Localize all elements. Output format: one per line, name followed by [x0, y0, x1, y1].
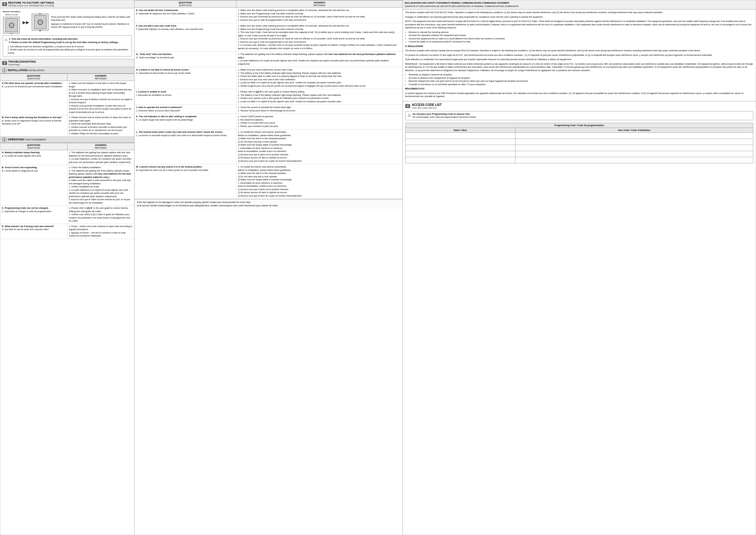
mid-a-e: 1. Make sure the whole code entering pro… [236, 8, 403, 23]
code-cell-3 [515, 145, 753, 151]
mid-a-i: 1. Please refer to [2]-⊙ in the user gui… [236, 89, 403, 104]
mid-qa-j: J. How to operate the lockset in darknes… [134, 105, 403, 114]
op-table-header: QUESTIONS QUESTIONS ANSWERS RÉPONSES [0, 143, 134, 150]
user-col-header: User Code / Code d'utilisateur [515, 127, 753, 132]
name-cell-4 [406, 151, 515, 157]
op-a-a: 1. The batteries are getting low, please… [68, 150, 134, 165]
mid-a-g: 1. The batteries are getting low if the … [236, 52, 403, 67]
mid-q-j: J. How to operate the lockset in darknes… [134, 105, 236, 114]
code-cell-2 [515, 139, 753, 145]
install-q-b: B. Feel a bump while turning the thumbtu… [0, 115, 68, 136]
mid-a-l: 1. Un-install the interior and exterior … [236, 129, 403, 164]
install-q-b-fr: B. Sentez-vous un claquement lorsque vou… [2, 120, 62, 125]
mid-qa-g: G. "Auto lock" does not function. G. "Au… [134, 52, 403, 67]
access-section: 4 Access code list Liste des code d'accè… [403, 101, 756, 165]
op-qa-row-a: A. Battery indicator keeps flashing. A. … [0, 150, 134, 165]
op-q-label-fr: QUESTIONS [27, 147, 40, 149]
mid-a-f: 1. Make sure the whole code entering pro… [236, 23, 403, 51]
install-q-b-en: B. Feel a bump while turning the thumbtu… [2, 116, 62, 119]
device-circle-right [38, 19, 43, 25]
code-cell-1 [515, 132, 753, 139]
access-warning-fr: Ne communiquez votre code de programmati… [413, 116, 477, 119]
table-row [406, 157, 753, 163]
mid-q-label-fr: QUESTIONS [179, 4, 192, 6]
device-right: SET ▣ [32, 14, 48, 31]
warning-line2: 2. Please re-enter the default Programmi… [9, 41, 119, 44]
mid-q-k-en: K. The red indicator is still on after s… [136, 115, 197, 118]
decl-fr-p1: Ce produit est conforme à la section 15 … [405, 54, 754, 57]
table-row [406, 139, 753, 145]
mid-a-header: ANSWERS RÉPONSES [236, 1, 403, 7]
decl-fr-p3: REMARQUE : Cet équipement a été testé et… [405, 63, 754, 72]
decl-fr-li2: Accroître la distance entre l'équipement… [409, 77, 754, 80]
factory-settings-header: 3 RESTORE TO FACTORY SETTINGS RÉTABLISSE… [0, 0, 134, 8]
device-diagram-box-right: SET ▣ [32, 14, 48, 31]
access-code-table: Programming Code / Code de programmation… [405, 123, 753, 163]
mid-q-j-en: J. How to operate the lockset in darknes… [136, 106, 182, 109]
name-col-label: Name / Nom [454, 129, 467, 131]
device-diagram-box-left: ◁── ⬡⬡ [3, 17, 20, 34]
op-qa-row-c: C. Programming Code can not be changed. … [0, 206, 134, 224]
decl-fr-li4: Consulter le fournisseur ou un technicie… [409, 83, 754, 86]
page-container: 3 RESTORE TO FACTORY SETTINGS RÉTABLISSE… [0, 0, 756, 535]
user-col-label: User Code / Code d'utilisateur [618, 129, 651, 131]
op-a-d: 1. Press ⌂ button once and continue to i… [68, 224, 134, 239]
mid-q-j-fr: J. Comment utiliser la serrure dans l'ob… [136, 110, 180, 112]
op-a-c: 1. Please refer to [2]-⊙ in the user gui… [68, 206, 134, 224]
mid-q-e: E. Can not delete all User Codes/cards. … [134, 8, 236, 23]
a-header-install: ANSWERS RÉPONSES [68, 74, 134, 81]
mid-qa-f: F. Can not add a new user code /card. F.… [134, 23, 403, 52]
install-q-a: A.The latch does not operate correctly a… [0, 81, 68, 115]
left-column: 3 RESTORE TO FACTORY SETTINGS RÉTABLISSE… [0, 0, 134, 535]
op-q-c: C. Programming Code can not be changed. … [0, 206, 68, 224]
table-row [406, 132, 753, 139]
mid-q-i-fr: I. Impossible de réinitialiser la serrur… [136, 94, 172, 96]
op-q-a: A. Battery indicator keeps flashing. A. … [0, 150, 68, 165]
op-q-header: QUESTIONS QUESTIONS [0, 143, 68, 150]
mid-q-k-fr: K. Le voyant rouge reste allumé après la… [136, 119, 193, 121]
remove-battery-label: Remove one battery [3, 11, 20, 13]
access-title-fr: Liste des code d'accès [412, 106, 442, 109]
access-title-en: Access code list [412, 103, 442, 106]
install-title-en: INSTALLATION [8, 69, 27, 72]
name-cell-1 [406, 132, 515, 139]
op-q-a-fr: A. Le voyant de la pile clignote sans ar… [2, 155, 41, 157]
factory-warning-box: ⚠ 1. This will erase all stored informat… [3, 35, 132, 56]
operation-title-en: OPERATION [8, 138, 24, 141]
middle-column: QUESTIONS QUESTIONS ANSWERS RÉPONSES E. … [134, 0, 403, 535]
op-a-label-fr: RÉPONSES [95, 147, 107, 149]
a-label-fr: RÉPONSES [95, 77, 107, 80]
declarations-body: This device complies with Part 15 of the… [403, 10, 756, 101]
operation-subheader: 2 OPERATION FONCTIONNEMENT [0, 136, 134, 143]
mid-table-header: QUESTIONS QUESTIONS ANSWERS RÉPONSES [134, 0, 403, 8]
decl-p1: This device complies with Part 15 of the… [405, 11, 754, 14]
table-row [406, 151, 753, 157]
mid-q-g-en: G. "Auto lock" does not function. [136, 53, 172, 56]
remove-battery-label-fr: Retirez une pile [5, 14, 18, 15]
decl-ic-text: This device complies with Industry Canad… [405, 49, 754, 52]
op-a-label: ANSWERS [95, 144, 106, 147]
access-warning-note: ⚠ Do not pass your Programming Code to a… [405, 111, 753, 120]
trouble-title-en: Troubleshooting [8, 60, 36, 63]
op-q-b-en: B. Touch screen not responding. [2, 166, 38, 169]
mid-qa-k: K. The red indicator is still on after s… [134, 114, 403, 129]
install-a-b: 1. Please execute lock & unlock function… [68, 115, 134, 136]
decl-ic-header: IC REGULATIONS [405, 45, 754, 48]
decl-fr-p2: Toute altération ou modification non exp… [405, 58, 754, 61]
a-label: ANSWERS [95, 74, 106, 77]
decl-li2: Increase the separation between the equi… [409, 34, 754, 37]
bottom-note: If the lock appears to be damaged or doe… [134, 199, 403, 209]
operation-title-fr: FONCTIONNEMENT [25, 138, 46, 141]
mid-q-label: QUESTIONS [178, 1, 192, 4]
mid-q-m-en: M. I cannot remove my key unless it is i… [136, 165, 202, 168]
install-ans-a: 1. Make sure the backset on the latch is… [69, 82, 133, 114]
access-warn-icon: ⚠ [407, 113, 411, 118]
decl-p2: Changes or modifications not expressly a… [405, 15, 754, 19]
access-header: 4 Access code list Liste des code d'accè… [405, 103, 753, 109]
mid-q-m: M. I cannot remove my key unless it is i… [134, 164, 236, 199]
prog-code-header: Programming Code / Code de programmation [406, 123, 753, 127]
op-q-d-en: D. What should I do if wrong code was en… [2, 225, 54, 228]
access-num: 4 [405, 104, 410, 108]
q-label-fr: QUESTIONS [27, 77, 40, 80]
code-cell-4 [515, 151, 753, 157]
